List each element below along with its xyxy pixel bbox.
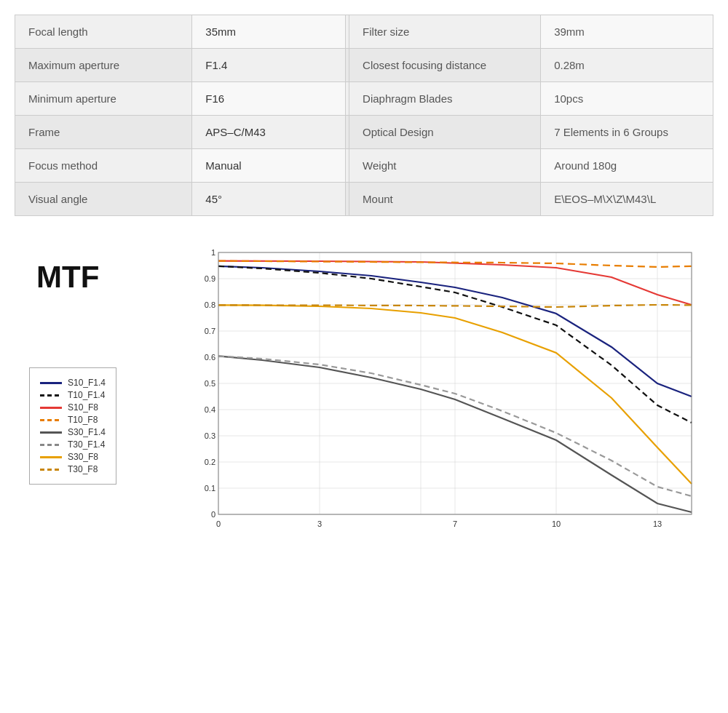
legend-item: S30_F1.4 xyxy=(40,427,106,437)
svg-text:0.1: 0.1 xyxy=(205,484,215,493)
spec-right-label: Weight xyxy=(349,149,541,183)
spec-left-value: APS–C/M43 xyxy=(192,116,345,149)
legend-item: T10_F1.4 xyxy=(40,390,106,400)
svg-text:0.7: 0.7 xyxy=(205,327,215,335)
specs-row: Focus method Manual Weight Around 180g xyxy=(15,149,713,183)
legend-item: S10_F1.4 xyxy=(40,378,106,388)
legend-line xyxy=(40,444,62,446)
legend-item: T30_F1.4 xyxy=(40,439,106,450)
spec-right-value: 10pcs xyxy=(541,82,713,116)
specs-row: Focal length 35mm Filter size 39mm xyxy=(15,15,713,49)
spec-left-value: 35mm xyxy=(192,15,345,49)
spec-right-label: Filter size xyxy=(349,15,541,49)
spec-left-label: Focus method xyxy=(15,149,192,183)
svg-text:3: 3 xyxy=(317,519,322,528)
specs-table: Focal length 35mm Filter size 39mm Maxim… xyxy=(15,15,713,216)
legend-item: T10_F8 xyxy=(40,415,106,425)
spec-left-value: F16 xyxy=(192,82,345,116)
legend-label: S10_F1.4 xyxy=(68,378,106,388)
spec-right-value: 7 Elements in 6 Groups xyxy=(541,116,713,149)
spec-right-value: 39mm xyxy=(541,15,713,49)
legend-label: S30_F8 xyxy=(68,452,98,462)
spec-left-value: 45° xyxy=(192,183,345,216)
legend-line xyxy=(40,431,62,434)
spec-left-label: Focal length xyxy=(15,15,192,49)
spec-left-label: Maximum aperture xyxy=(15,49,192,82)
svg-text:0.4: 0.4 xyxy=(205,405,215,414)
svg-text:0.6: 0.6 xyxy=(205,353,215,362)
legend-item: S30_F8 xyxy=(40,452,106,462)
spec-left-value: F1.4 xyxy=(192,49,345,82)
legend-line xyxy=(40,469,62,471)
legend-label: S10_F8 xyxy=(68,402,98,413)
svg-text:0.8: 0.8 xyxy=(205,300,215,309)
specs-row: Frame APS–C/M43 Optical Design 7 Element… xyxy=(15,116,713,149)
mtf-left-panel: MTF S10_F1.4T10_F1.4S10_F8T10_F8S30_F1.4… xyxy=(15,245,175,485)
legend-label: T30_F1.4 xyxy=(68,439,105,450)
spec-right-label: Diaphragm Blades xyxy=(349,82,541,116)
svg-text:0.2: 0.2 xyxy=(205,458,215,466)
spec-left-label: Minimum aperture xyxy=(15,82,192,116)
legend-line xyxy=(40,382,62,384)
legend-line xyxy=(40,456,62,458)
svg-text:0.9: 0.9 xyxy=(205,274,215,283)
legend-line xyxy=(40,394,62,397)
specs-row: Maximum aperture F1.4 Closest focusing d… xyxy=(15,49,713,82)
spec-left-value: Manual xyxy=(192,149,345,183)
svg-text:0: 0 xyxy=(216,519,221,528)
svg-text:0.5: 0.5 xyxy=(205,379,215,388)
mtf-legend: S10_F1.4T10_F1.4S10_F8T10_F8S30_F1.4T30_… xyxy=(29,367,116,485)
spec-left-label: Frame xyxy=(15,116,192,149)
legend-item: S10_F8 xyxy=(40,402,106,413)
legend-label: T10_F1.4 xyxy=(68,390,105,400)
spec-right-label: Closest focusing distance xyxy=(349,49,541,82)
mtf-section: MTF S10_F1.4T10_F1.4S10_F8T10_F8S30_F1.4… xyxy=(15,245,713,551)
spec-right-label: Optical Design xyxy=(349,116,541,149)
legend-label: T30_F8 xyxy=(68,464,98,474)
spec-right-value: Around 180g xyxy=(541,149,713,183)
svg-text:13: 13 xyxy=(653,519,662,528)
legend-label: S30_F1.4 xyxy=(68,427,106,437)
specs-row: Minimum aperture F16 Diaphragm Blades 10… xyxy=(15,82,713,116)
legend-line xyxy=(40,407,62,409)
svg-text:0.3: 0.3 xyxy=(205,431,215,440)
legend-item: T30_F8 xyxy=(40,464,106,474)
mtf-title: MTF xyxy=(36,260,99,295)
legend-line xyxy=(40,419,62,421)
svg-text:1: 1 xyxy=(211,248,215,257)
spec-left-label: Visual angle xyxy=(15,183,192,216)
spec-right-value: E\EOS–M\X\Z\M43\L xyxy=(541,183,713,216)
svg-text:7: 7 xyxy=(453,519,457,528)
specs-row: Visual angle 45° Mount E\EOS–M\X\Z\M43\L xyxy=(15,183,713,216)
legend-label: T10_F8 xyxy=(68,415,98,425)
mtf-chart: 1 0.9 0.8 0.7 0.6 0.5 0.4 0.3 0.2 0.1 0 … xyxy=(175,245,713,551)
spec-right-value: 0.28m xyxy=(541,49,713,82)
spec-right-label: Mount xyxy=(349,183,541,216)
mtf-svg: 1 0.9 0.8 0.7 0.6 0.5 0.4 0.3 0.2 0.1 0 … xyxy=(175,245,713,551)
svg-text:10: 10 xyxy=(552,519,561,528)
svg-text:0: 0 xyxy=(211,510,215,519)
